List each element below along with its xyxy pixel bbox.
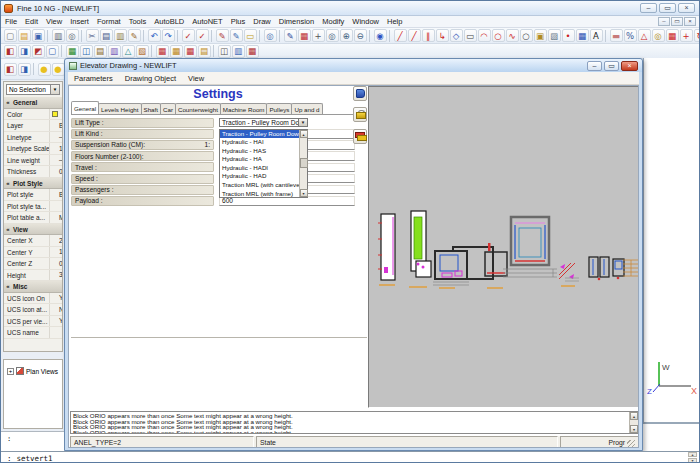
scroll-up-icon[interactable]: ▴ [630,412,638,420]
array-icon[interactable]: ▦ [666,29,679,42]
dialog-menu-item[interactable]: Parameters [68,74,119,83]
property-value[interactable]: Y [49,293,62,304]
selection-combo[interactable]: No Selection ▼ [6,84,60,95]
toolbar-icon[interactable] [61,45,63,57]
property-value[interactable]: N [49,304,62,315]
roofs-icon[interactable]: △ [122,45,135,58]
collapse-icon[interactable]: « [4,97,12,108]
copy-object-icon[interactable]: % [624,29,637,42]
scroll-up-icon[interactable]: ▴ [300,130,308,138]
scrollbar-thumb[interactable] [300,158,308,168]
named-views-icon[interactable]: ◩ [32,45,45,58]
menu-item[interactable]: AutoBLD [150,17,188,26]
mdi-minimize-button[interactable]: – [658,17,670,26]
menu-item[interactable]: Edit [21,17,42,26]
dropdown-option[interactable]: Hydraulic - HAD [220,172,299,181]
dialog-menu-item[interactable]: View [182,74,210,83]
pencil-icon[interactable]: ✎ [284,29,297,42]
scroll-down-icon[interactable]: ▾ [688,458,697,463]
elevator-preview-area[interactable] [368,86,639,408]
menu-item[interactable]: Dimension [275,17,318,26]
menu-item[interactable]: Help [383,17,406,26]
dropdown-option[interactable]: Hydraulic - HAI [220,138,299,147]
chevron-down-icon[interactable]: ▼ [50,85,59,94]
property-row[interactable]: « Color [4,109,62,121]
region-icon[interactable]: ▦ [576,29,589,42]
dialog-titlebar[interactable]: Elevator Drawing - NEWLIFT – ▭ × [65,59,642,72]
pan-icon[interactable]: + [312,29,325,42]
menu-item[interactable]: View [42,17,66,26]
walls-icon[interactable]: ▦ [66,45,79,58]
new-icon[interactable]: ▢ [4,29,17,42]
slabs-icon[interactable]: ▤ [94,45,107,58]
openings-icon[interactable]: ◫ [80,45,93,58]
property-value[interactable]: B [49,189,62,200]
command-history[interactable]: : [1,431,64,451]
toolbar-icon[interactable] [279,30,281,42]
mdi-close-button[interactable]: × [684,17,696,26]
property-row[interactable]: « Line weight — [4,155,62,167]
toolbar-icon[interactable] [177,30,179,42]
settings-tab[interactable]: Car [160,103,176,114]
property-value[interactable] [49,201,62,212]
menu-item[interactable]: Tools [125,17,151,26]
menu-item[interactable]: Modify [318,17,348,26]
property-value[interactable]: B [49,120,62,131]
settings-tab[interactable]: Pulleys [266,103,292,114]
dialog-close-button[interactable]: × [621,61,638,71]
hatch-icon[interactable]: ▨ [548,29,561,42]
scroll-up-icon[interactable]: ▴ [688,452,697,457]
message-scrollbar[interactable]: ▴ ▾ [629,412,638,433]
toolbar-icon[interactable] [151,45,153,57]
block-icon[interactable]: ▣ [534,29,547,42]
mirror-icon[interactable]: △ [638,29,651,42]
help-icon[interactable]: ◉ [374,29,387,42]
collapse-icon[interactable]: « [4,224,12,235]
mdi-restore-button[interactable]: ▭ [671,17,683,26]
ellipse-icon[interactable]: ○ [520,29,533,42]
dialog-menu-item[interactable]: Drawing Object [119,74,182,83]
property-value[interactable] [49,109,62,120]
xline-icon[interactable]: ╱ [408,29,421,42]
property-row[interactable]: « Linetype Scale 1 [4,143,62,155]
property-row[interactable]: « Linetype — [4,132,62,144]
zoom-out-icon[interactable]: ⊖ [354,29,367,42]
menu-item[interactable]: Plus [227,17,250,26]
collapse-icon[interactable]: « [4,281,12,292]
settings-tab[interactable]: General [71,101,99,114]
dropdown-option[interactable]: Traction MRL (with cantilever [220,181,299,190]
fixture-grid2-icon[interactable]: ▦ [170,45,183,58]
text-icon[interactable]: A [590,29,603,42]
sheet-icon[interactable]: ▢ [46,45,59,58]
polyline-icon[interactable]: ↳ [436,29,449,42]
property-value[interactable]: — [49,132,62,143]
settings-tab[interactable]: Machine Room [220,103,268,114]
close-button[interactable]: × [678,3,695,13]
chevron-down-icon[interactable]: ▼ [298,119,307,127]
redraw-icon[interactable]: ◧ [4,45,17,58]
circle-icon[interactable]: ○ [492,29,505,42]
collapse-icon[interactable]: « [4,178,12,189]
lock-button[interactable] [353,107,367,122]
ruler-icon[interactable]: ▭ [244,29,257,42]
menu-item[interactable]: Window [348,17,383,26]
polygon-icon[interactable]: ◇ [450,29,463,42]
parallel-icon[interactable]: ∥ [422,29,435,42]
find-icon[interactable]: ◎ [264,29,277,42]
property-value[interactable]: Y [49,316,62,327]
pedit-icon[interactable]: ✎ [230,29,243,42]
main-drawing-canvas[interactable]: W X Z [643,58,700,422]
property-value[interactable]: 3 [49,270,62,281]
property-value[interactable]: 0 [49,166,62,177]
menu-item[interactable]: Format [93,17,125,26]
property-row[interactable]: « Layer B [4,120,62,132]
dropdown-option[interactable]: Traction - Pulley Room Down [220,130,299,139]
dropdown-scrollbar[interactable]: ▴ ▾ [299,130,307,197]
property-row[interactable]: « Plot Style [4,178,62,190]
property-value[interactable] [49,327,62,338]
property-value[interactable]: 0 [49,258,62,269]
property-row[interactable]: « UCS per vie... Y [4,316,62,328]
property-value[interactable]: 2 [49,235,62,246]
sketch-icon[interactable]: ✎ [216,29,229,42]
property-row[interactable]: « Plot table a... M [4,212,62,224]
